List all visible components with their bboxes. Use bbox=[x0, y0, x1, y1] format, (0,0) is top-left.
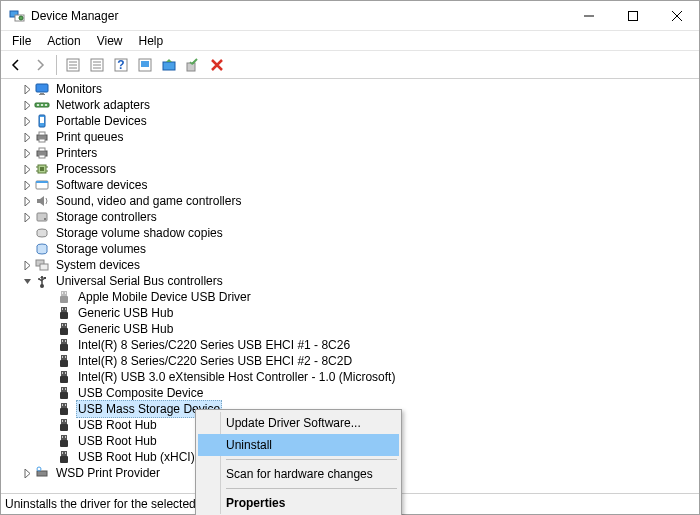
cpu-icon bbox=[34, 161, 50, 177]
usb-dark-icon bbox=[56, 433, 72, 449]
usb-dark-icon bbox=[56, 417, 72, 433]
tree-device-label: Intel(R) USB 3.0 eXtensible Host Control… bbox=[76, 369, 397, 385]
toolbar-back-button[interactable] bbox=[5, 54, 27, 76]
tree-category-label: Universal Serial Bus controllers bbox=[54, 273, 225, 289]
toolbar-separator bbox=[56, 55, 57, 75]
chevron-right-icon[interactable] bbox=[21, 195, 33, 207]
tree-device[interactable]: Intel(R) 8 Series/C220 Series USB EHCI #… bbox=[1, 337, 699, 353]
usb-dark-icon bbox=[56, 305, 72, 321]
tree-device[interactable]: Generic USB Hub bbox=[1, 305, 699, 321]
tree-category[interactable]: Network adapters bbox=[1, 97, 699, 113]
window-title: Device Manager bbox=[31, 9, 567, 23]
tree-category[interactable]: Storage volumes bbox=[1, 241, 699, 257]
menu-help[interactable]: Help bbox=[132, 32, 171, 50]
context-menu-uninstall[interactable]: Uninstall bbox=[198, 434, 399, 456]
tree-category[interactable]: Storage controllers bbox=[1, 209, 699, 225]
tree-category[interactable]: Storage volume shadow copies bbox=[1, 225, 699, 241]
context-menu-separator bbox=[226, 488, 397, 489]
tree-category-label: Network adapters bbox=[54, 97, 152, 113]
chevron-right-icon[interactable] bbox=[21, 179, 33, 191]
tree-category[interactable]: Software devices bbox=[1, 177, 699, 193]
tree-category-label: Sound, video and game controllers bbox=[54, 193, 243, 209]
toolbar-help-button[interactable] bbox=[110, 54, 132, 76]
titlebar: Device Manager bbox=[1, 1, 699, 31]
tree-category[interactable]: Printers bbox=[1, 145, 699, 161]
tree-category[interactable]: Processors bbox=[1, 161, 699, 177]
menu-file[interactable]: File bbox=[5, 32, 38, 50]
tree-category-label: Storage volume shadow copies bbox=[54, 225, 225, 241]
tree-device-label: USB Composite Device bbox=[76, 385, 205, 401]
chevron-right-icon[interactable] bbox=[21, 83, 33, 95]
expander-none bbox=[43, 451, 55, 463]
tree-category[interactable]: Universal Serial Bus controllers bbox=[1, 273, 699, 289]
chevron-right-icon[interactable] bbox=[21, 467, 33, 479]
tree-category-label: WSD Print Provider bbox=[54, 465, 162, 481]
network-icon bbox=[34, 97, 50, 113]
tree-category-label: System devices bbox=[54, 257, 142, 273]
context-menu-properties[interactable]: Properties bbox=[198, 492, 399, 514]
toolbar-disable-button[interactable] bbox=[206, 54, 228, 76]
tree-device[interactable]: Generic USB Hub bbox=[1, 321, 699, 337]
tree-category[interactable]: Monitors bbox=[1, 81, 699, 97]
context-menu-scan[interactable]: Scan for hardware changes bbox=[198, 463, 399, 485]
menu-action[interactable]: Action bbox=[40, 32, 87, 50]
chevron-right-icon[interactable] bbox=[21, 259, 33, 271]
toolbar-properties-button[interactable] bbox=[86, 54, 108, 76]
volume-icon bbox=[34, 241, 50, 257]
storage-icon bbox=[34, 209, 50, 225]
expander-none bbox=[43, 291, 55, 303]
tree-category-label: Portable Devices bbox=[54, 113, 149, 129]
tree-device-label: USB Root Hub bbox=[76, 417, 159, 433]
tree-category[interactable]: Portable Devices bbox=[1, 113, 699, 129]
toolbar-scan-button[interactable] bbox=[134, 54, 156, 76]
expander-none bbox=[43, 435, 55, 447]
svg-point-52 bbox=[19, 16, 23, 20]
chevron-right-icon[interactable] bbox=[21, 147, 33, 159]
toolbar-show-hide-console-button[interactable] bbox=[62, 54, 84, 76]
context-menu-update-driver[interactable]: Update Driver Software... bbox=[198, 412, 399, 434]
chevron-right-icon[interactable] bbox=[21, 131, 33, 143]
chevron-down-icon[interactable] bbox=[21, 275, 33, 287]
tree-device[interactable]: USB Composite Device bbox=[1, 385, 699, 401]
chevron-right-icon[interactable] bbox=[21, 115, 33, 127]
usb-icon bbox=[34, 273, 50, 289]
tree-category-label: Software devices bbox=[54, 177, 149, 193]
tree-device[interactable]: Apple Mobile Device USB Driver bbox=[1, 289, 699, 305]
context-menu-separator bbox=[226, 459, 397, 460]
expander-none bbox=[43, 387, 55, 399]
tree-category-label: Printers bbox=[54, 145, 99, 161]
usb-dark-icon bbox=[56, 385, 72, 401]
tree-category[interactable]: Sound, video and game controllers bbox=[1, 193, 699, 209]
device-manager-window: Device Manager File Action View Help Mon… bbox=[0, 0, 700, 515]
expander-none bbox=[43, 403, 55, 415]
usb-dark-icon bbox=[56, 369, 72, 385]
usb-dark-icon bbox=[56, 401, 72, 417]
chevron-right-icon[interactable] bbox=[21, 211, 33, 223]
wsd-icon bbox=[34, 465, 50, 481]
software-icon bbox=[34, 177, 50, 193]
tree-device-label: USB Root Hub bbox=[76, 433, 159, 449]
tree-device[interactable]: Intel(R) USB 3.0 eXtensible Host Control… bbox=[1, 369, 699, 385]
printer-icon bbox=[34, 145, 50, 161]
context-menu: Update Driver Software... Uninstall Scan… bbox=[195, 409, 402, 515]
maximize-button[interactable] bbox=[611, 1, 655, 30]
tree-category[interactable]: System devices bbox=[1, 257, 699, 273]
usb-dark-icon bbox=[56, 337, 72, 353]
minimize-button[interactable] bbox=[567, 1, 611, 30]
tree-category-label: Storage volumes bbox=[54, 241, 148, 257]
chevron-right-icon[interactable] bbox=[21, 99, 33, 111]
tree-category-label: Monitors bbox=[54, 81, 104, 97]
toolbar-forward-button[interactable] bbox=[29, 54, 51, 76]
portable-icon bbox=[34, 113, 50, 129]
expander-none bbox=[43, 371, 55, 383]
menu-view[interactable]: View bbox=[90, 32, 130, 50]
toolbar-update-driver-button[interactable] bbox=[158, 54, 180, 76]
expander-none bbox=[43, 323, 55, 335]
toolbar-uninstall-button[interactable] bbox=[182, 54, 204, 76]
tree-device[interactable]: Intel(R) 8 Series/C220 Series USB EHCI #… bbox=[1, 353, 699, 369]
monitor-icon bbox=[34, 81, 50, 97]
tree-device-label: Intel(R) 8 Series/C220 Series USB EHCI #… bbox=[76, 353, 354, 369]
chevron-right-icon[interactable] bbox=[21, 163, 33, 175]
close-button[interactable] bbox=[655, 1, 699, 30]
tree-category[interactable]: Print queues bbox=[1, 129, 699, 145]
